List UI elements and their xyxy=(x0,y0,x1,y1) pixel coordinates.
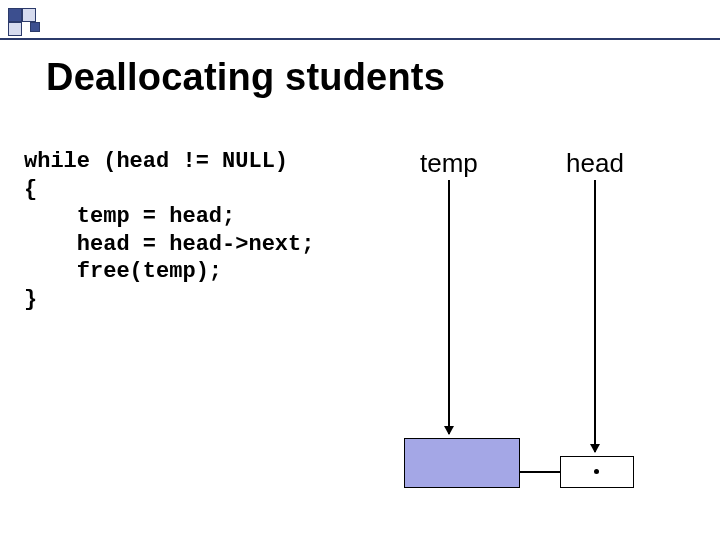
label-temp: temp xyxy=(420,148,478,179)
linked-list-node xyxy=(404,438,520,488)
pointer-dot-icon xyxy=(594,469,599,474)
node-connector xyxy=(520,471,560,473)
arrow-head-icon xyxy=(594,180,596,452)
code-block: while (head != NULL) { temp = head; head… xyxy=(24,148,314,313)
arrow-temp-icon xyxy=(448,180,450,434)
label-head: head xyxy=(566,148,624,179)
divider xyxy=(0,38,720,40)
slide-title: Deallocating students xyxy=(46,56,445,99)
